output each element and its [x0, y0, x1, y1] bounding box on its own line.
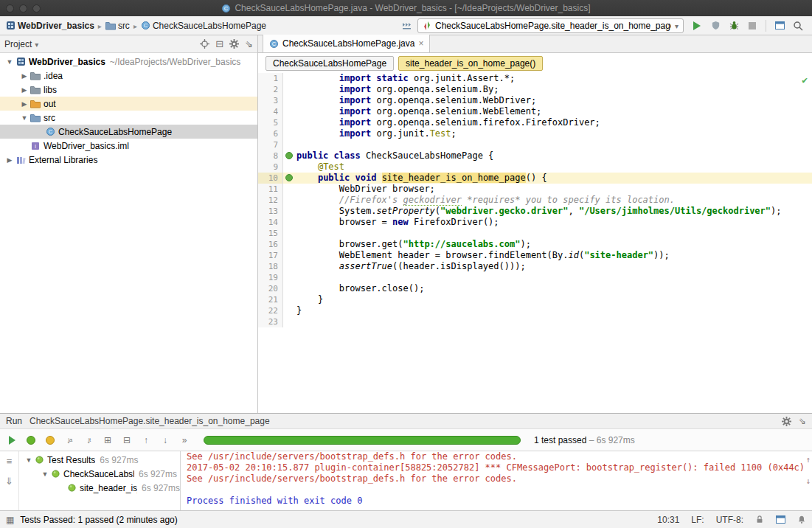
- code-line[interactable]: 13 System.setProperty("webdriver.gecko.d…: [258, 206, 812, 217]
- run-console[interactable]: ↑ ↓ See /usr/include/servers/bootstrap_d…: [181, 451, 812, 510]
- gear-icon[interactable]: [782, 417, 791, 426]
- editor-tab[interactable]: C CheckSauceLabsHomePage.java ×: [263, 35, 430, 52]
- gutter: [283, 206, 296, 217]
- code-line[interactable]: 4 import org.openqa.selenium.WebElement;: [258, 106, 812, 117]
- chevron-down-icon[interactable]: [35, 39, 38, 49]
- lock-icon[interactable]: [755, 515, 764, 524]
- tree-item-webdriver-basics[interactable]: ▼WebDriver_basics~/IdeaProjects/WebDrive…: [0, 55, 257, 69]
- test-result-row[interactable]: site_header_is_on_home_page6s 927ms: [19, 481, 180, 495]
- tree-item-src[interactable]: ▼src: [0, 111, 257, 125]
- show-ignored-toggle[interactable]: [43, 433, 58, 448]
- code-line[interactable]: 12 //Firefox's geckodriver *requires* yo…: [258, 195, 812, 206]
- run-config-title: CheckSauceLabsHomePage.site_header_is_on…: [30, 416, 270, 426]
- previous-test-icon[interactable]: ↑: [139, 433, 153, 448]
- breadcrumb-src[interactable]: src: [118, 21, 130, 31]
- hide-passed-toggle[interactable]: [24, 433, 38, 448]
- run-test-gutter-icon[interactable]: [285, 152, 293, 159]
- tree-item-external-libraries[interactable]: ▶External Libraries: [0, 153, 257, 167]
- line-separator-indicator[interactable]: LF:: [691, 515, 704, 525]
- debug-button[interactable]: [726, 18, 742, 33]
- tree-item-checksaucelabshomepage[interactable]: CCheckSauceLabsHomePage: [0, 125, 257, 139]
- event-log-bell-icon[interactable]: [797, 515, 806, 524]
- code-line[interactable]: 14 browser = new FirefoxDriver();: [258, 217, 812, 228]
- tree-item-webdriver-basics-iml[interactable]: IWebDriver_basics.iml: [0, 139, 257, 153]
- code-line[interactable]: 21 }: [258, 294, 812, 305]
- line-number: 13: [258, 206, 283, 217]
- gear-icon[interactable]: [229, 39, 239, 49]
- inspections-ok-icon[interactable]: ✔: [802, 74, 808, 86]
- chevron-down-icon[interactable]: ▼: [24, 456, 34, 464]
- highlighting-level-icon[interactable]: [776, 515, 785, 524]
- code-line[interactable]: 6 import org.junit.Test;: [258, 128, 812, 139]
- code-line[interactable]: 20 browser.close();: [258, 283, 812, 294]
- code-line[interactable]: 23: [258, 316, 812, 327]
- sort-alphabetically-icon[interactable]: ↓a: [62, 433, 77, 448]
- run-test-gutter-icon[interactable]: [285, 174, 293, 181]
- code-line[interactable]: 7: [258, 139, 812, 150]
- code-line[interactable]: 17 WebElement header = browser.findEleme…: [258, 250, 812, 261]
- close-tab-icon[interactable]: ×: [418, 38, 423, 49]
- search-everywhere-icon[interactable]: [790, 18, 806, 33]
- next-test-icon[interactable]: ↓: [158, 433, 173, 448]
- tree-item-out[interactable]: ▶out: [0, 97, 257, 111]
- chevron-right-icon[interactable]: ▶: [19, 86, 30, 94]
- code-line[interactable]: 16 browser.get("http://saucelabs.com");: [258, 239, 812, 250]
- sync-icon[interactable]: [399, 18, 415, 33]
- code-line[interactable]: 3 import org.openqa.selenium.WebDriver;: [258, 95, 812, 106]
- hide-panel-icon[interactable]: ⇘: [799, 416, 806, 426]
- code-editor[interactable]: ✔ 1 import static org.junit.Assert.*;2 i…: [258, 73, 812, 413]
- code-text: browser.get("http://saucelabs.com");: [296, 239, 812, 250]
- scroll-to-end-icon[interactable]: ⇓: [5, 476, 13, 487]
- chevron-right-icon[interactable]: ▶: [19, 72, 30, 80]
- run-toolbar: ↓a ↓t ⊞ ⊟ ↑ ↓ » 1 test passed – 6s 927ms: [0, 429, 812, 451]
- code-line[interactable]: 8public class CheckSauceLabsHomePage {: [258, 150, 812, 161]
- expand-all-icon[interactable]: ⊞: [100, 433, 115, 448]
- tree-item--idea[interactable]: ▶.idea: [0, 69, 257, 83]
- code-line[interactable]: 18 assertTrue((header.isDisplayed()));: [258, 261, 812, 272]
- code-line[interactable]: 5 import org.openqa.selenium.firefox.Fir…: [258, 117, 812, 128]
- zoom-window-button[interactable]: [32, 4, 41, 13]
- test-result-row[interactable]: ▼CheckSauceLabsHomePage6s 927ms: [19, 467, 180, 481]
- encoding-indicator[interactable]: UTF-8:: [716, 515, 743, 525]
- code-line[interactable]: 22}: [258, 305, 812, 316]
- more-options-icon[interactable]: »: [177, 433, 192, 448]
- breadcrumb-project[interactable]: WebDriver_basics: [18, 21, 94, 31]
- rerun-button[interactable]: [4, 433, 19, 448]
- code-line[interactable]: 2 import org.openqa.selenium.By;: [258, 84, 812, 95]
- hide-panel-icon[interactable]: ⇘: [245, 38, 253, 49]
- chevron-down-icon[interactable]: ▼: [4, 58, 15, 66]
- minimize-window-button[interactable]: [19, 4, 27, 13]
- run-tab-label[interactable]: Run: [6, 416, 22, 426]
- chevron-down-icon[interactable]: ▼: [19, 114, 30, 122]
- run-configuration-select[interactable]: CheckSauceLabsHomePage.site_header_is_on…: [417, 18, 684, 33]
- scroll-down-icon[interactable]: ↓: [805, 476, 811, 487]
- chevron-right-icon[interactable]: ▶: [19, 100, 30, 108]
- run-button[interactable]: [689, 18, 705, 33]
- code-line[interactable]: 9 @Test: [258, 161, 812, 173]
- code-line[interactable]: 1 import static org.junit.Assert.*;: [258, 73, 812, 84]
- collapse-all-icon[interactable]: ⊟: [215, 38, 223, 49]
- code-line[interactable]: 19: [258, 272, 812, 283]
- locate-file-icon[interactable]: [200, 39, 209, 49]
- line-number: 3: [258, 95, 283, 106]
- window-controls[interactable]: [6, 4, 41, 13]
- pin-icon[interactable]: ≡: [7, 456, 13, 467]
- code-line[interactable]: 10 public void site_header_is_on_home_pa…: [258, 173, 812, 184]
- chevron-right-icon[interactable]: ▶: [4, 156, 15, 164]
- breadcrumb-class-pill[interactable]: CheckSauceLabsHomePage: [266, 56, 394, 71]
- breadcrumb-method-pill[interactable]: site_header_is_on_home_page(): [398, 56, 543, 71]
- sort-by-duration-icon[interactable]: ↓t: [81, 433, 96, 448]
- collapse-all-icon[interactable]: ⊟: [119, 433, 134, 448]
- run-with-coverage-button[interactable]: [707, 18, 723, 33]
- chevron-down-icon[interactable]: ▼: [40, 470, 50, 478]
- code-line[interactable]: 11 WebDriver browser;: [258, 184, 812, 195]
- tree-item-libs[interactable]: ▶libs: [0, 83, 257, 97]
- close-window-button[interactable]: [6, 4, 14, 13]
- test-result-row[interactable]: ▼Test Results6s 927ms: [19, 453, 180, 467]
- svg-text:I: I: [35, 144, 36, 149]
- scroll-up-icon[interactable]: ↑: [805, 454, 811, 465]
- toolwindow-switcher-icon[interactable]: ▦: [6, 515, 14, 525]
- code-line[interactable]: 15: [258, 228, 812, 239]
- breadcrumb-class[interactable]: CheckSauceLabsHomePage: [153, 21, 266, 31]
- toolwindow-icon[interactable]: [771, 18, 788, 33]
